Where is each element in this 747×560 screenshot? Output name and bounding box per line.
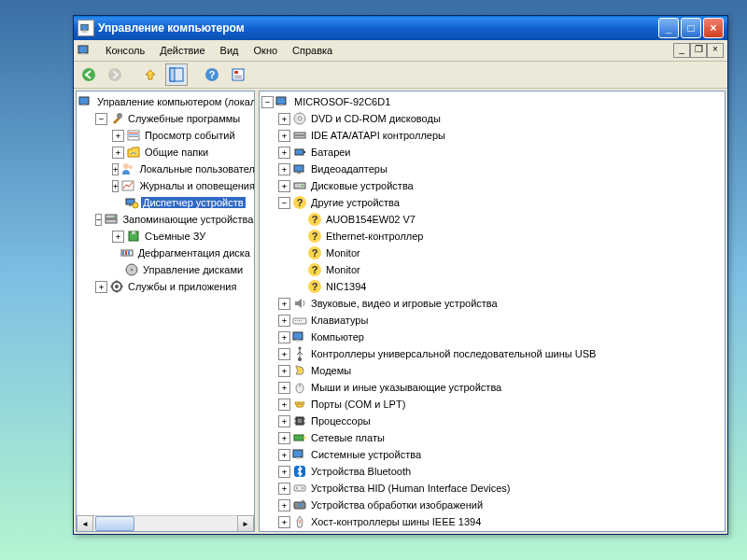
- horizontal-scrollbar[interactable]: ◄ ►: [77, 515, 254, 531]
- device-root[interactable]: −MICROSOF-92C6D1: [261, 93, 723, 110]
- expand-icon[interactable]: +: [278, 516, 290, 528]
- expand-icon[interactable]: +: [278, 113, 290, 125]
- device-other-monitor1[interactable]: ?Monitor: [295, 245, 723, 261]
- device-ide[interactable]: +IDE ATA/ATAPI контроллеры: [278, 127, 723, 144]
- tree-services[interactable]: +Службы и приложения: [95, 278, 252, 295]
- tree-perf-logs[interactable]: +Журналы и оповещения пр: [112, 177, 252, 194]
- expand-icon[interactable]: +: [112, 231, 124, 243]
- selected-item[interactable]: Диспетчер устройств: [141, 197, 246, 208]
- battery-icon: [292, 145, 307, 160]
- tree-storage[interactable]: −Запоминающие устройства: [95, 211, 252, 228]
- tree-device-manager[interactable]: Диспетчер устройств: [112, 194, 252, 211]
- expand-icon[interactable]: +: [95, 281, 107, 293]
- device-batteries[interactable]: +Батареи: [278, 144, 723, 161]
- device-ports[interactable]: +Порты (COM и LPT): [278, 396, 723, 413]
- tree-removable-storage[interactable]: +Съемные ЗУ: [112, 228, 252, 245]
- collapse-icon[interactable]: −: [261, 96, 274, 108]
- tree-disk-mgmt[interactable]: Управление дисками: [112, 261, 252, 278]
- device-computer[interactable]: +Компьютер: [278, 329, 723, 345]
- expand-icon[interactable]: +: [278, 382, 290, 394]
- scroll-thumb[interactable]: [95, 516, 134, 531]
- expand-icon[interactable]: +: [112, 147, 124, 159]
- back-button[interactable]: [78, 63, 100, 86]
- device-other-monitor2[interactable]: ?Monitor: [295, 261, 723, 278]
- svg-rect-68: [299, 320, 300, 321]
- close-button[interactable]: ×: [703, 18, 724, 38]
- expand-icon[interactable]: +: [278, 163, 290, 175]
- svg-point-22: [123, 163, 129, 169]
- scroll-right-button[interactable]: ►: [237, 515, 254, 532]
- svg-text:Y: Y: [298, 519, 302, 525]
- menu-console[interactable]: Консоль: [98, 43, 152, 58]
- svg-point-94: [298, 503, 302, 507]
- expand-icon[interactable]: +: [278, 415, 290, 427]
- maximize-button[interactable]: □: [681, 18, 701, 38]
- device-usb[interactable]: +Контроллеры универсальной последователь…: [278, 345, 723, 362]
- properties-button[interactable]: [227, 63, 249, 86]
- expand-icon[interactable]: +: [278, 483, 290, 495]
- device-other-ethernet[interactable]: ?Ethernet-контроллер: [295, 228, 723, 245]
- expand-icon[interactable]: +: [112, 130, 124, 142]
- expand-icon[interactable]: +: [278, 348, 290, 360]
- tree-system-tools[interactable]: −Служебные программы: [95, 110, 252, 127]
- computer-mgmt-icon: [78, 94, 93, 109]
- device-keyboards[interactable]: +Клавиатуры: [278, 312, 723, 329]
- device-other[interactable]: −?Другие устройства: [278, 194, 723, 211]
- collapse-icon[interactable]: −: [95, 214, 102, 226]
- menubar: Консоль Действие Вид Окно Справка _ ❐ ×: [74, 40, 727, 62]
- device-mice[interactable]: +Мыши и иные указывающие устройства: [278, 379, 723, 396]
- expand-icon[interactable]: +: [278, 130, 290, 142]
- menu-action[interactable]: Действие: [152, 43, 212, 58]
- device-sound[interactable]: +Звуковые, видео и игровые устройства: [278, 295, 723, 312]
- svg-point-30: [114, 216, 116, 217]
- expand-icon[interactable]: +: [278, 399, 290, 411]
- tree-event-viewer[interactable]: +Просмотр событий: [112, 127, 252, 144]
- titlebar[interactable]: Управление компьютером _ □ ×: [74, 16, 727, 40]
- expand-icon[interactable]: +: [278, 315, 290, 327]
- device-bluetooth[interactable]: +Устройства Bluetooth: [278, 463, 723, 480]
- device-disk-drives[interactable]: +Дисковые устройства: [278, 177, 723, 194]
- tree-defrag[interactable]: Дефрагментация диска: [112, 245, 252, 261]
- tree-local-users[interactable]: +Локальные пользователи: [112, 161, 252, 177]
- tree-shared-folders[interactable]: +Общие папки: [112, 144, 252, 161]
- expand-icon[interactable]: +: [278, 331, 290, 343]
- device-network[interactable]: +Сетевые платы: [278, 429, 723, 446]
- expand-icon[interactable]: +: [112, 163, 119, 175]
- device-dvd[interactable]: +DVD и CD-ROM дисководы: [278, 110, 723, 127]
- mdi-minimize[interactable]: _: [673, 43, 690, 58]
- menu-help[interactable]: Справка: [285, 43, 340, 58]
- help-button[interactable]: ?: [201, 63, 223, 86]
- device-hid[interactable]: +Устройства HID (Human Interface Devices…: [278, 480, 723, 497]
- device-other-auo[interactable]: ?AUOB154EW02 V7: [295, 211, 723, 228]
- scroll-left-button[interactable]: ◄: [77, 515, 93, 532]
- device-other-nic[interactable]: ?NIC1394: [295, 278, 723, 295]
- menu-view[interactable]: Вид: [213, 43, 247, 58]
- expand-icon[interactable]: +: [278, 298, 290, 310]
- tree-root[interactable]: Управление компьютером (локальным): [78, 93, 252, 110]
- menu-window[interactable]: Окно: [247, 43, 286, 58]
- expand-icon[interactable]: +: [278, 449, 290, 461]
- svg-rect-35: [125, 251, 127, 255]
- mdi-close[interactable]: ×: [707, 43, 724, 58]
- window-frame: Управление компьютером _ □ × Консоль Дей…: [73, 15, 728, 535]
- mdi-restore[interactable]: ❐: [690, 43, 707, 58]
- svg-rect-11: [233, 69, 244, 80]
- show-tree-button[interactable]: [165, 63, 188, 86]
- collapse-icon[interactable]: −: [278, 197, 290, 209]
- device-video-adapters[interactable]: +Видеоадаптеры: [278, 161, 723, 177]
- expand-icon[interactable]: +: [278, 466, 290, 478]
- collapse-icon[interactable]: −: [95, 113, 107, 125]
- up-button[interactable]: [139, 63, 162, 86]
- minimize-button[interactable]: _: [658, 18, 679, 38]
- device-ieee1394[interactable]: +YХост-контроллеры шины IEEE 1394: [278, 513, 723, 530]
- device-modems[interactable]: +Модемы: [278, 362, 723, 379]
- expand-icon[interactable]: +: [278, 147, 290, 159]
- device-processors[interactable]: +Процессоры: [278, 413, 723, 429]
- expand-icon[interactable]: +: [278, 180, 290, 192]
- expand-icon[interactable]: +: [278, 499, 290, 511]
- device-imaging[interactable]: +Устройства обработки изображений: [278, 497, 723, 513]
- expand-icon[interactable]: +: [278, 365, 290, 377]
- device-system[interactable]: +Системные устройства: [278, 446, 723, 463]
- expand-icon[interactable]: +: [112, 180, 119, 192]
- expand-icon[interactable]: +: [278, 432, 290, 444]
